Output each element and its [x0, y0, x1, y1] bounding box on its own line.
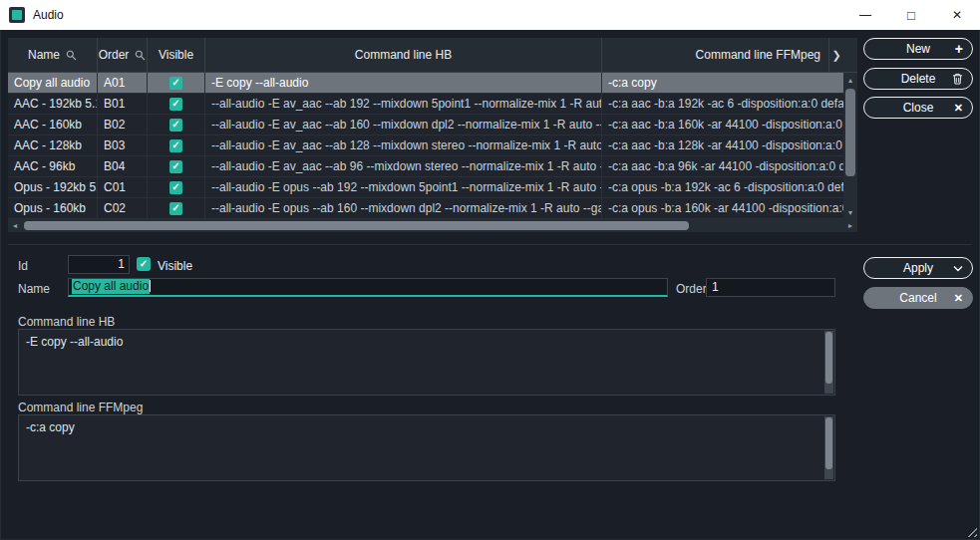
cell-hb: --all-audio -E av_aac --ab 192 --mixdown… — [205, 94, 602, 114]
cell-visible: ✓ — [148, 198, 205, 218]
new-button[interactable]: New + — [863, 38, 973, 60]
cancel-button-label: Cancel — [899, 291, 936, 305]
check-icon: ✓ — [171, 78, 179, 88]
plus-icon: + — [955, 41, 963, 57]
window-title: Audio — [33, 8, 64, 22]
cell-order: B01 — [98, 94, 148, 114]
cell-ffmpeg: -c:a aac -b:a 96k -ar 44100 -disposition… — [602, 156, 843, 176]
table-row[interactable]: Opus - 160kb C02 ✓ --all-audio -E opus -… — [8, 198, 843, 219]
resize-grip[interactable] — [964, 524, 977, 537]
close-window-button[interactable]: ✕ — [934, 0, 980, 30]
command-line-ffmpeg-field[interactable]: -c:a copy — [18, 414, 835, 481]
horizontal-scroll-track[interactable] — [22, 219, 843, 232]
visible-checkbox[interactable]: ✓ — [169, 139, 182, 152]
column-header-order-label: Order — [99, 48, 130, 62]
visible-checkbox[interactable]: ✓ — [169, 119, 182, 132]
visible-checkbox[interactable]: ✓ — [169, 181, 182, 194]
check-icon: ✓ — [140, 259, 148, 269]
id-field[interactable]: 1 — [68, 255, 130, 274]
app-icon — [9, 7, 25, 23]
cell-name: Opus - 192kb 5.1 — [8, 177, 98, 197]
text-caret — [150, 280, 151, 292]
close-button[interactable]: Close ✕ — [863, 97, 973, 119]
table-row[interactable]: AAC - 160kb B02 ✓ --all-audio -E av_aac … — [8, 115, 843, 135]
visible-checkbox[interactable]: ✓ — [169, 98, 182, 111]
selected-text: Copy all audio — [72, 278, 150, 294]
title-bar: Audio — □ ✕ — [0, 0, 980, 30]
name-field[interactable]: Copy all audio — [68, 278, 668, 297]
cell-hb: --all-audio -E av_aac --ab 160 --mixdown… — [205, 115, 602, 135]
horizontal-scroll-thumb[interactable] — [24, 221, 689, 230]
vertical-scroll-thumb[interactable] — [845, 89, 855, 176]
trash-icon — [952, 73, 963, 85]
table-row[interactable]: AAC - 192kb 5.1 B01 ✓ --all-audio -E av_… — [8, 94, 843, 115]
column-header-visible[interactable]: Visible — [148, 38, 205, 72]
scroll-right-arrow-icon[interactable]: ▸ — [843, 219, 857, 232]
maximize-icon: □ — [907, 8, 915, 23]
textarea-scroll-thumb[interactable] — [825, 332, 832, 384]
visible-checkbox[interactable]: ✓ — [169, 160, 182, 173]
cell-visible: ✓ — [148, 135, 205, 155]
table-row[interactable]: Opus - 192kb 5.1 C01 ✓ --all-audio -E op… — [8, 177, 843, 198]
chevron-right-icon[interactable]: ❯ — [829, 38, 843, 72]
minimize-button[interactable]: — — [842, 0, 888, 30]
cell-ffmpeg: -c:a aac -b:a 192k -ac 6 -disposition:a:… — [602, 94, 843, 114]
apply-button-label: Apply — [903, 261, 933, 275]
cell-name: AAC - 192kb 5.1 — [8, 94, 98, 114]
command-line-hb-label: Command line HB — [18, 315, 115, 329]
table-row[interactable]: AAC - 96kb B04 ✓ --all-audio -E av_aac -… — [8, 156, 843, 177]
close-icon: ✕ — [954, 292, 963, 305]
presets-grid: Name Order Visible Command line HB Comma… — [8, 38, 857, 232]
visible-checkbox[interactable]: ✓ — [169, 202, 182, 215]
cell-ffmpeg: -c:a opus -b:a 192k -ac 6 -disposition:a… — [602, 177, 843, 197]
cell-ffmpeg: -c:a aac -b:a 160k -ar 44100 -dispositio… — [602, 115, 843, 135]
visible-checkbox[interactable]: ✓ — [137, 257, 151, 271]
vertical-scrollbar[interactable]: ▴ ▾ — [843, 73, 857, 219]
minimize-icon: — — [859, 8, 871, 22]
check-icon: ✓ — [171, 203, 179, 213]
delete-button-label: Delete — [901, 72, 936, 86]
scroll-up-arrow-icon[interactable]: ▴ — [843, 73, 857, 87]
column-header-ffmpeg[interactable]: Command line FFMpeg — [602, 38, 829, 72]
apply-button[interactable]: Apply — [863, 257, 973, 279]
cell-visible: ✓ — [148, 177, 205, 197]
close-button-label: Close — [903, 101, 934, 115]
vertical-scroll-track[interactable] — [843, 87, 857, 205]
close-icon: ✕ — [954, 102, 963, 115]
command-line-ffmpeg-value: -c:a copy — [26, 420, 75, 434]
cell-order: B02 — [98, 115, 148, 135]
column-header-name[interactable]: Name — [8, 38, 98, 72]
textarea-scrollbar[interactable] — [824, 331, 833, 394]
maximize-button[interactable]: □ — [888, 0, 934, 30]
check-icon: ✓ — [171, 99, 179, 109]
visible-label: Visible — [158, 259, 192, 273]
delete-button[interactable]: Delete — [863, 68, 973, 90]
textarea-scroll-thumb[interactable] — [825, 417, 832, 469]
chevron-down-icon — [953, 265, 963, 272]
search-icon — [135, 50, 146, 61]
window-content: Name Order Visible Command line HB Comma… — [0, 30, 980, 540]
table-row[interactable]: AAC - 128kb B03 ✓ --all-audio -E av_aac … — [8, 135, 843, 156]
cell-order: C01 — [98, 177, 148, 197]
scroll-down-arrow-icon[interactable]: ▾ — [843, 205, 857, 219]
cell-name: AAC - 128kb — [8, 135, 98, 155]
cell-ffmpeg: -c:a opus -b:a 160k -ar 44100 -dispositi… — [602, 198, 843, 218]
visible-checkbox[interactable]: ✓ — [169, 77, 182, 90]
order-field[interactable]: 1 — [706, 278, 835, 297]
command-line-hb-value: -E copy --all-audio — [26, 335, 123, 349]
name-label: Name — [18, 282, 50, 296]
window-controls: — □ ✕ — [842, 0, 980, 30]
table-row[interactable]: Copy all audio A01 ✓ -E copy --all-audio… — [8, 73, 843, 94]
scroll-left-arrow-icon[interactable]: ◂ — [8, 219, 22, 232]
column-header-order[interactable]: Order — [98, 38, 148, 72]
column-header-hb[interactable]: Command line HB — [205, 38, 602, 72]
cell-order: C02 — [98, 198, 148, 218]
cell-order: A01 — [98, 73, 148, 93]
horizontal-scrollbar[interactable]: ◂ ▸ — [8, 219, 857, 232]
check-icon: ✓ — [171, 140, 179, 150]
command-line-hb-field[interactable]: -E copy --all-audio — [18, 329, 835, 396]
cancel-button[interactable]: Cancel ✕ — [863, 287, 973, 309]
column-header-hb-label: Command line HB — [355, 48, 452, 62]
new-button-label: New — [906, 42, 930, 56]
textarea-scrollbar[interactable] — [824, 416, 833, 479]
